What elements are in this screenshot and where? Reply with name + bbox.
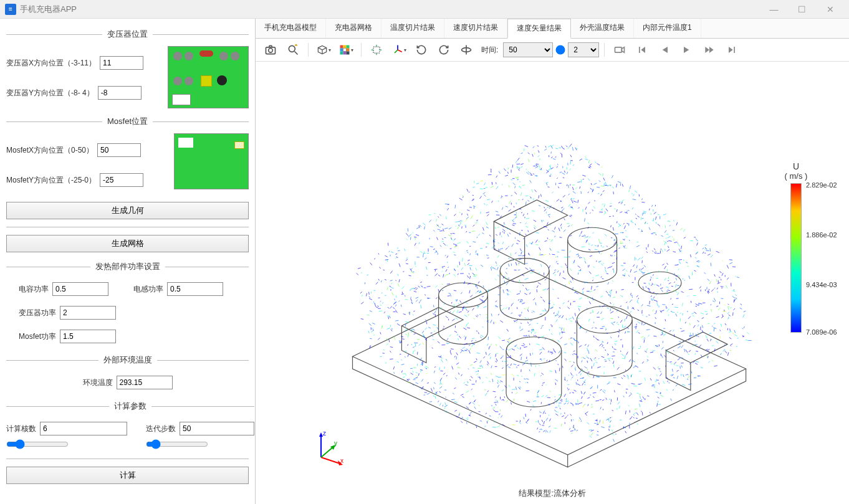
svg-line-160 bbox=[522, 251, 523, 252]
svg-line-1434 bbox=[459, 373, 459, 374]
tab-2[interactable]: 温度切片结果 bbox=[381, 19, 444, 38]
svg-line-96 bbox=[537, 323, 538, 324]
svg-line-223 bbox=[582, 396, 583, 399]
svg-line-1451 bbox=[481, 335, 483, 337]
svg-line-386 bbox=[520, 354, 522, 356]
colorbar-tick: 7.089e-06 bbox=[806, 328, 837, 336]
svg-line-694 bbox=[696, 260, 699, 261]
generate-mesh-button[interactable]: 生成网格 bbox=[6, 235, 249, 252]
cores-input[interactable] bbox=[40, 422, 127, 435]
svg-line-592 bbox=[535, 366, 536, 367]
trans-power-input[interactable] bbox=[60, 306, 116, 320]
trans-y-input[interactable] bbox=[98, 86, 142, 100]
mosfet-x-input[interactable] bbox=[97, 143, 141, 157]
colorbar-unit: ( m/s ) bbox=[768, 171, 824, 181]
svg-line-1386 bbox=[588, 319, 590, 321]
svg-line-1059 bbox=[466, 309, 468, 310]
cores-slider[interactable] bbox=[6, 439, 69, 449]
svg-line-1283 bbox=[454, 401, 458, 402]
tab-1[interactable]: 充电器网格 bbox=[326, 19, 381, 38]
tab-4[interactable]: 速度矢量结果 bbox=[507, 19, 571, 39]
svg-line-1942 bbox=[631, 193, 633, 194]
tab-5[interactable]: 外壳温度结果 bbox=[571, 19, 634, 38]
svg-line-2422 bbox=[525, 268, 529, 270]
mosfet-power-input[interactable] bbox=[60, 330, 116, 343]
svg-line-1758 bbox=[609, 399, 610, 400]
skip-back-icon[interactable] bbox=[632, 41, 652, 59]
svg-line-1249 bbox=[419, 302, 420, 303]
svg-line-241 bbox=[528, 231, 529, 232]
svg-line-2376 bbox=[593, 267, 594, 269]
rubik-icon[interactable]: ▾ bbox=[336, 41, 356, 59]
play-back-icon[interactable] bbox=[655, 41, 674, 59]
ind-power-input[interactable] bbox=[167, 282, 223, 296]
svg-line-2128 bbox=[603, 247, 604, 247]
svg-line-1112 bbox=[629, 189, 630, 192]
time-slider[interactable] bbox=[555, 45, 565, 55]
svg-line-1756 bbox=[391, 252, 393, 253]
env-temp-input[interactable] bbox=[117, 376, 173, 389]
svg-line-289 bbox=[483, 356, 485, 358]
tab-0[interactable]: 手机充电器模型 bbox=[256, 19, 326, 38]
svg-line-216 bbox=[590, 188, 592, 189]
rotate-cw-icon[interactable] bbox=[434, 41, 454, 59]
camera-icon[interactable] bbox=[261, 41, 281, 59]
svg-line-122 bbox=[569, 282, 570, 285]
svg-line-1548 bbox=[406, 239, 408, 240]
svg-line-392 bbox=[651, 213, 651, 215]
mosfet-y-input[interactable] bbox=[100, 173, 143, 187]
axis-icon[interactable]: ▾ bbox=[389, 41, 409, 59]
generate-geometry-button[interactable]: 生成几何 bbox=[6, 202, 249, 219]
close-button[interactable]: ✕ bbox=[816, 0, 844, 19]
svg-line-2429 bbox=[601, 318, 604, 320]
svg-line-2093 bbox=[476, 358, 477, 360]
trans-x-input[interactable] bbox=[100, 56, 143, 70]
svg-line-621 bbox=[625, 239, 625, 240]
svg-line-1455 bbox=[572, 404, 573, 405]
svg-line-488 bbox=[562, 146, 564, 149]
iters-input[interactable] bbox=[180, 422, 254, 435]
svg-line-103 bbox=[466, 219, 467, 221]
svg-line-1168 bbox=[503, 290, 504, 293]
step-select[interactable]: 2 bbox=[568, 42, 599, 57]
svg-line-2192 bbox=[629, 359, 631, 362]
time-select[interactable]: 50 bbox=[503, 42, 553, 57]
svg-line-578 bbox=[605, 211, 605, 213]
svg-line-2306 bbox=[704, 248, 706, 250]
svg-line-264 bbox=[368, 331, 369, 333]
svg-line-993 bbox=[603, 390, 605, 391]
svg-line-475 bbox=[537, 146, 539, 146]
svg-line-83 bbox=[438, 229, 440, 230]
svg-line-1821 bbox=[597, 227, 597, 229]
maximize-button[interactable]: ☐ bbox=[788, 0, 816, 19]
svg-line-127 bbox=[578, 265, 580, 267]
svg-line-305 bbox=[616, 322, 618, 323]
calculate-button[interactable]: 计算 bbox=[6, 467, 249, 484]
minimize-button[interactable]: — bbox=[760, 0, 788, 19]
move-icon[interactable] bbox=[367, 41, 386, 59]
svg-line-451 bbox=[444, 228, 448, 229]
svg-line-355 bbox=[555, 257, 557, 257]
svg-line-2424 bbox=[519, 181, 520, 182]
svg-line-2296 bbox=[427, 253, 429, 254]
svg-line-1272 bbox=[694, 312, 697, 314]
viewport-3d[interactable]: z x y U ( m/s ) 2.829e-02 1.886e-02 9.43… bbox=[256, 62, 849, 504]
cap-power-input[interactable] bbox=[52, 282, 108, 296]
rotate-ccw-icon[interactable] bbox=[411, 41, 431, 59]
record-icon[interactable] bbox=[610, 41, 630, 59]
svg-line-57 bbox=[667, 249, 669, 252]
play-forward-icon[interactable] bbox=[677, 41, 697, 59]
svg-line-549 bbox=[424, 328, 427, 330]
iters-slider[interactable] bbox=[146, 439, 208, 449]
svg-line-1754 bbox=[526, 245, 527, 247]
svg-line-764 bbox=[570, 268, 571, 270]
svg-line-1209 bbox=[647, 305, 651, 306]
cube-wire-icon[interactable]: ▾ bbox=[314, 41, 333, 59]
fast-forward-icon[interactable] bbox=[699, 41, 719, 59]
tab-6[interactable]: 内部元件温度1 bbox=[634, 19, 701, 38]
skip-forward-icon[interactable] bbox=[722, 41, 742, 59]
svg-line-1951 bbox=[499, 377, 501, 378]
zoom-icon[interactable] bbox=[283, 41, 303, 59]
rotate-axis-icon[interactable] bbox=[456, 41, 476, 59]
tab-3[interactable]: 速度切片结果 bbox=[444, 19, 507, 38]
